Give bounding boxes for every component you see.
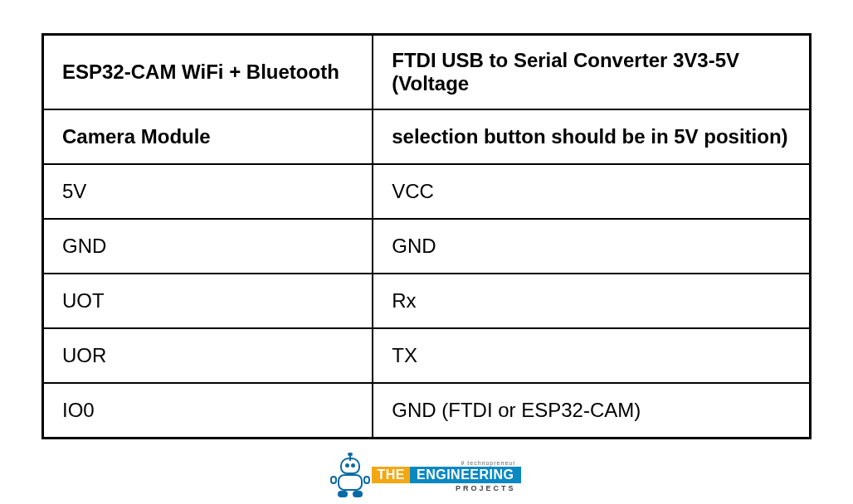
- pin-left: IO0: [43, 383, 373, 438]
- robot-icon: [332, 456, 368, 497]
- pin-right: VCC: [373, 164, 810, 219]
- logo-word-engineering: ENGINEERING: [410, 467, 521, 483]
- pin-right: GND: [373, 219, 810, 274]
- logo-word-projects: PROJECTS: [372, 485, 520, 492]
- pinout-table: ESP32-CAM WiFi + Bluetooth FTDI USB to S…: [41, 33, 812, 439]
- brand-logo: # technopreneur THE ENGINEERING PROJECTS: [332, 456, 520, 497]
- pin-right: Rx: [373, 274, 810, 328]
- header-right-line1: FTDI USB to Serial Converter 3V3-5V (Vol…: [373, 35, 810, 110]
- table-header-row-1: ESP32-CAM WiFi + Bluetooth FTDI USB to S…: [43, 35, 811, 110]
- pin-right: TX: [373, 328, 810, 383]
- table-row: UOT Rx: [43, 274, 811, 328]
- table-row: UOR TX: [43, 328, 811, 383]
- pin-left: GND: [43, 219, 373, 274]
- logo-container: # technopreneur THE ENGINEERING PROJECTS: [41, 456, 812, 497]
- pin-left: UOR: [43, 328, 373, 383]
- pin-left: 5V: [43, 164, 373, 219]
- table-row: GND GND: [43, 219, 811, 274]
- pin-right: GND (FTDI or ESP32-CAM): [373, 383, 810, 438]
- table-row: 5V VCC: [43, 164, 811, 219]
- pin-left: UOT: [43, 274, 373, 328]
- header-left-line1: ESP32-CAM WiFi + Bluetooth: [43, 35, 373, 110]
- header-right-line2: selection button should be in 5V positio…: [373, 109, 810, 164]
- logo-tagline: # technopreneur: [372, 460, 520, 466]
- header-left-line2: Camera Module: [43, 109, 373, 164]
- table-row: IO0 GND (FTDI or ESP32-CAM): [43, 383, 811, 438]
- logo-word-the: THE: [372, 467, 410, 483]
- logo-text: # technopreneur THE ENGINEERING PROJECTS: [372, 460, 520, 492]
- logo-main-text: THE ENGINEERING: [372, 467, 520, 483]
- table-header-row-2: Camera Module selection button should be…: [43, 109, 811, 164]
